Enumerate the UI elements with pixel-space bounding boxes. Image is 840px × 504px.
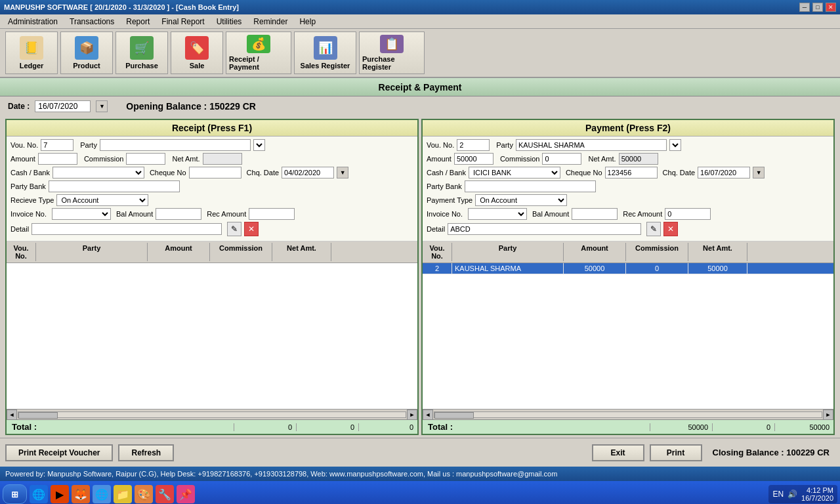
receipt-row3: Cash / Bank Cheque No Chq. Date ▼ — [10, 167, 413, 178]
sales-register-label: Sales Register — [301, 62, 350, 70]
payment-invoiceno-select[interactable] — [468, 208, 527, 220]
payment-scroll-right[interactable]: ► — [823, 410, 833, 420]
payment-cashbank-select[interactable]: ICICI BANK — [469, 167, 560, 178]
receipt-detail-input[interactable] — [32, 223, 222, 235]
toolbar-purchase[interactable]: 🛒 Purchase — [116, 32, 168, 74]
toolbar-ledger[interactable]: 📒 Ledger — [5, 32, 58, 74]
payment-partybank-input[interactable] — [465, 180, 596, 192]
start-button[interactable]: ⊞ — [3, 484, 27, 504]
payment-party-input[interactable] — [516, 139, 667, 151]
status-text: Powered by: Manpushp Software, Raipur (C… — [5, 470, 557, 478]
receipt-scroll-thumb[interactable] — [18, 412, 58, 419]
receipt-amount-input[interactable] — [38, 153, 77, 165]
toolbar-sales-register[interactable]: 📊 Sales Register — [294, 32, 356, 74]
taskbar-icon-firefox[interactable]: 🦊 — [72, 485, 90, 503]
receipt-commission-label: Commission — [84, 155, 124, 163]
print-button[interactable]: Print — [650, 444, 702, 461]
exit-button[interactable]: Exit — [592, 444, 644, 461]
menu-utilities[interactable]: Utilities — [211, 16, 247, 28]
close-button[interactable]: ✕ — [826, 3, 836, 12]
payment-chequeno-input[interactable] — [605, 167, 658, 178]
payment-vou-input[interactable] — [457, 139, 490, 151]
payment-delete-button[interactable]: ✕ — [663, 222, 678, 236]
taskbar-icon-chrome[interactable]: 🌐 — [93, 485, 111, 503]
taskbar-icon-files[interactable]: 📁 — [114, 485, 132, 503]
toolbar-sale[interactable]: 🏷️ Sale — [171, 32, 223, 74]
taskbar-volume-icon: 🔊 — [788, 490, 797, 499]
receipt-form-area: Vou. No. Party ▼ Amount Commission Net A… — [7, 136, 417, 242]
receipt-receivetype-label: Recieve Type — [10, 196, 54, 204]
receipt-party-dropdown[interactable]: ▼ — [253, 139, 265, 151]
title-bar: MANPUSHP SOFTWARE [ 20/1/2020 - 31/3/202… — [0, 0, 840, 14]
payment-edit-button[interactable]: ✎ — [646, 222, 661, 236]
receipt-chqdate-btn[interactable]: ▼ — [337, 167, 348, 178]
payment-td-vou: 2 — [423, 263, 452, 274]
payment-scroll-track[interactable] — [434, 411, 822, 418]
menu-help[interactable]: Help — [294, 16, 321, 28]
date-picker-button[interactable]: ▼ — [96, 100, 108, 112]
receipt-receivetype-select[interactable]: On Account — [56, 194, 148, 206]
receipt-edit-button[interactable]: ✎ — [227, 222, 242, 236]
date-input[interactable] — [35, 100, 91, 112]
receipt-invoiceno-select[interactable] — [52, 208, 111, 220]
page-header: Receipt & Payment — [0, 78, 840, 96]
menu-administration[interactable]: Administration — [3, 16, 63, 28]
receipt-party-label: Party — [80, 141, 97, 149]
sale-label: Sale — [190, 62, 205, 70]
menu-final-report[interactable]: Final Report — [156, 16, 209, 28]
taskbar-icon-ie[interactable]: 🌐 — [30, 485, 48, 503]
payment-paymenttype-select[interactable]: On Account — [475, 194, 567, 206]
taskbar-icon-tool[interactable]: 🔧 — [156, 485, 174, 503]
payment-recamount-input[interactable] — [665, 208, 711, 220]
receipt-scroll-right[interactable]: ► — [407, 410, 417, 420]
payment-form-area: Vou. No. Party ▼ Amount Commission Net A… — [423, 136, 833, 242]
minimize-button[interactable]: ─ — [799, 3, 810, 12]
receipt-icon: 💰 — [247, 35, 270, 53]
taskbar-icon-media[interactable]: ▶ — [51, 485, 69, 503]
receipt-party-input[interactable] — [100, 139, 251, 151]
receipt-th-party: Party — [36, 243, 148, 261]
receipt-cashbank-select[interactable] — [52, 167, 144, 178]
menu-transactions[interactable]: Transactions — [64, 16, 119, 28]
payment-detail-input[interactable] — [448, 223, 641, 235]
toolbar-purchase-register[interactable]: 📋 Purchase Register — [359, 32, 425, 74]
menu-reminder[interactable]: Reminder — [248, 16, 293, 28]
menu-bar: Administration Transactions Report Final… — [0, 14, 840, 29]
receipt-payment-label: Receipt / Payment — [229, 55, 288, 71]
receipt-scroll-left[interactable]: ◄ — [7, 410, 17, 420]
payment-amount-input[interactable] — [454, 153, 494, 165]
receipt-scroll-track[interactable] — [18, 411, 406, 418]
refresh-button[interactable]: Refresh — [118, 444, 174, 461]
restore-button[interactable]: □ — [812, 3, 823, 12]
taskbar-icon-app[interactable]: 📌 — [177, 485, 195, 503]
payment-party-dropdown[interactable]: ▼ — [669, 139, 681, 151]
receipt-vou-input[interactable] — [41, 139, 74, 151]
payment-total-amount: 50000 — [650, 423, 712, 431]
purchase-label: Purchase — [125, 62, 158, 70]
receipt-chequeno-input[interactable] — [189, 167, 242, 178]
menu-report[interactable]: Report — [121, 16, 155, 28]
receipt-table-header: Vou.No. Party Amount Commission Net Amt. — [7, 242, 417, 263]
table-row[interactable]: 2 KAUSHAL SHARMA 50000 0 50000 — [423, 263, 833, 274]
taskbar-icon-paint[interactable]: 🎨 — [135, 485, 153, 503]
receipt-recamount-input[interactable] — [249, 208, 295, 220]
receipt-commission-input[interactable] — [126, 153, 165, 165]
product-icon: 📦 — [75, 36, 98, 60]
payment-scroll-thumb[interactable] — [434, 412, 474, 419]
payment-chqdate-btn[interactable]: ▼ — [753, 167, 765, 178]
payment-scroll-left[interactable]: ◄ — [423, 410, 433, 420]
receipt-partybank-input[interactable] — [49, 180, 180, 192]
toolbar-receipt-payment[interactable]: 💰 Receipt / Payment — [226, 32, 291, 74]
toolbar-product[interactable]: 📦 Product — [60, 32, 113, 74]
payment-chqdate-input[interactable] — [698, 167, 750, 178]
title-text: MANPUSHP SOFTWARE [ 20/1/2020 - 31/3/202… — [4, 3, 239, 11]
sale-icon: 🏷️ — [185, 36, 209, 60]
payment-th-party: Party — [452, 243, 564, 261]
receipt-chqdate-input[interactable] — [282, 167, 334, 178]
receipt-delete-button[interactable]: ✕ — [244, 222, 259, 236]
payment-commission-input[interactable] — [542, 153, 581, 165]
payment-detail-label: Detail — [427, 225, 445, 233]
print-receipt-button[interactable]: Print Receipt Voucher — [5, 444, 113, 461]
purchase-register-icon: 📋 — [380, 35, 404, 53]
payment-table-area: Vou.No. Party Amount Commission Net Amt.… — [423, 242, 833, 409]
